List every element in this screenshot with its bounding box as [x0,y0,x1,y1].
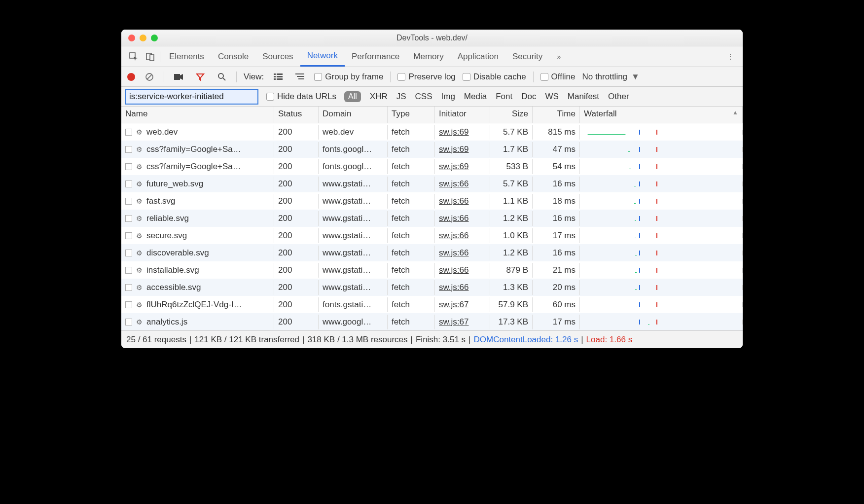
table-row[interactable]: ⚙web.dev200web.devfetchsw.js:695.7 KB815… [121,123,743,141]
type-filter-font[interactable]: Font [496,92,512,102]
inspect-icon[interactable] [126,49,141,64]
device-toggle-icon[interactable] [143,49,158,64]
tab-application[interactable]: Application [451,47,505,67]
type-filter-media[interactable]: Media [464,92,487,102]
table-row[interactable]: ⚙fast.svg200www.gstati…fetchsw.js:661.1 … [121,192,743,210]
clear-icon[interactable] [142,70,157,84]
col-size[interactable]: Size [490,107,533,123]
row-checkbox[interactable] [125,215,132,222]
table-row[interactable]: ⚙future_web.svg200www.gstati…fetchsw.js:… [121,175,743,192]
initiator-link[interactable]: sw.js:66 [439,179,468,188]
row-checkbox[interactable] [125,301,132,308]
col-domain[interactable]: Domain [319,107,388,123]
tab-network[interactable]: Network [300,47,345,67]
initiator-link[interactable]: sw.js:67 [439,317,468,326]
initiator-link[interactable]: sw.js:67 [439,300,468,309]
tab-elements[interactable]: Elements [162,47,211,67]
initiator-link[interactable]: sw.js:66 [439,265,468,275]
tab-console[interactable]: Console [211,47,255,67]
svg-rect-10 [274,76,276,77]
type-filter-doc[interactable]: Doc [521,92,536,102]
initiator-link[interactable]: sw.js:69 [439,144,468,154]
table-row[interactable]: ⚙flUhRq6tzZclQEJ-Vdg-I…200fonts.gstati…f… [121,296,743,313]
row-checkbox[interactable] [125,319,132,325]
throttling-select[interactable]: No throttling▼ [582,72,640,82]
type-filter-ws[interactable]: WS [545,92,558,102]
kebab-menu-icon[interactable]: ⋮ [723,49,738,64]
initiator-link[interactable]: sw.js:66 [439,248,468,257]
col-time[interactable]: Time [533,107,580,123]
status-resources: 318 KB / 1.3 MB resources [307,335,407,345]
initiator-link[interactable]: sw.js:66 [439,231,468,240]
request-size: 5.7 KB [490,177,533,191]
row-checkbox[interactable] [125,163,132,170]
row-checkbox[interactable] [125,232,132,239]
request-time: 17 ms [533,228,580,243]
col-type[interactable]: Type [388,107,435,123]
col-name[interactable]: Name [121,107,274,123]
request-size: 1.2 KB [490,246,533,260]
type-filter-other[interactable]: Other [608,92,629,102]
row-checkbox[interactable] [125,146,132,153]
preserve-log-checkbox[interactable]: Preserve log [397,72,455,82]
overview-icon[interactable] [292,70,307,84]
request-name: css?family=Google+Sa… [146,162,241,172]
initiator-link[interactable]: sw.js:66 [439,196,468,206]
tab-security[interactable]: Security [505,47,549,67]
col-waterfall[interactable]: Waterfall▲ [580,107,743,123]
waterfall-cell [580,147,743,152]
request-domain: fonts.googl… [319,142,388,157]
table-row[interactable]: ⚙analytics.js200www.googl…fetchsw.js:671… [121,313,743,330]
window-title: DevTools - web.dev/ [121,34,743,42]
request-domain: www.gstati… [319,194,388,209]
disable-cache-checkbox[interactable]: Disable cache [463,72,526,82]
tab-memory[interactable]: Memory [406,47,450,67]
camera-icon[interactable] [171,70,186,84]
request-rows: ⚙web.dev200web.devfetchsw.js:695.7 KB815… [121,123,743,330]
row-checkbox[interactable] [125,284,132,291]
row-checkbox[interactable] [125,267,132,274]
large-rows-icon[interactable] [271,70,286,84]
table-row[interactable]: ⚙secure.svg200www.gstati…fetchsw.js:661.… [121,227,743,244]
type-filter-js[interactable]: JS [396,92,406,102]
row-checkbox[interactable] [125,129,132,136]
table-row[interactable]: ⚙accessible.svg200www.gstati…fetchsw.js:… [121,279,743,296]
row-checkbox[interactable] [125,198,132,205]
row-checkbox[interactable] [125,180,132,187]
more-panels-icon[interactable]: » [551,49,566,64]
table-row[interactable]: ⚙css?family=Google+Sa…200fonts.googl…fet… [121,158,743,175]
search-icon[interactable] [215,70,229,84]
svg-rect-5 [174,74,180,80]
type-filter-img[interactable]: Img [441,92,455,102]
svg-rect-12 [274,78,276,80]
table-row[interactable]: ⚙reliable.svg200www.gstati…fetchsw.js:66… [121,210,743,227]
tab-sources[interactable]: Sources [255,47,300,67]
request-type: fetch [388,280,435,295]
initiator-link[interactable]: sw.js:66 [439,214,468,223]
offline-checkbox[interactable]: Offline [540,72,576,82]
type-filter-manifest[interactable]: Manifest [568,92,599,102]
svg-rect-11 [277,76,283,77]
table-row[interactable]: ⚙discoverable.svg200www.gstati…fetchsw.j… [121,244,743,261]
titlebar: DevTools - web.dev/ [121,30,743,46]
hide-data-urls-checkbox[interactable]: Hide data URLs [266,92,336,102]
group-by-frame-checkbox[interactable]: Group by frame [314,72,383,82]
initiator-link[interactable]: sw.js:69 [439,162,468,171]
initiator-link[interactable]: sw.js:69 [439,127,468,137]
filter-icon[interactable] [193,70,208,84]
table-row[interactable]: ⚙css?family=Google+Sa…200fonts.googl…fet… [121,141,743,158]
initiator-link[interactable]: sw.js:66 [439,283,468,292]
filter-bar: Hide data URLs AllXHRJSCSSImgMediaFontDo… [121,87,743,107]
filter-input[interactable] [125,89,258,105]
table-row[interactable]: ⚙installable.svg200www.gstati…fetchsw.js… [121,261,743,279]
col-status[interactable]: Status [274,107,319,123]
status-transferred: 121 KB / 121 KB transferred [194,335,299,345]
type-filter-all[interactable]: All [344,91,361,102]
tab-performance[interactable]: Performance [345,47,406,67]
table-header: Name Status Domain Type Initiator Size T… [121,107,743,123]
type-filter-xhr[interactable]: XHR [370,92,388,102]
record-button[interactable] [127,73,135,81]
col-initiator[interactable]: Initiator [435,107,490,123]
type-filter-css[interactable]: CSS [415,92,432,102]
row-checkbox[interactable] [125,250,132,256]
